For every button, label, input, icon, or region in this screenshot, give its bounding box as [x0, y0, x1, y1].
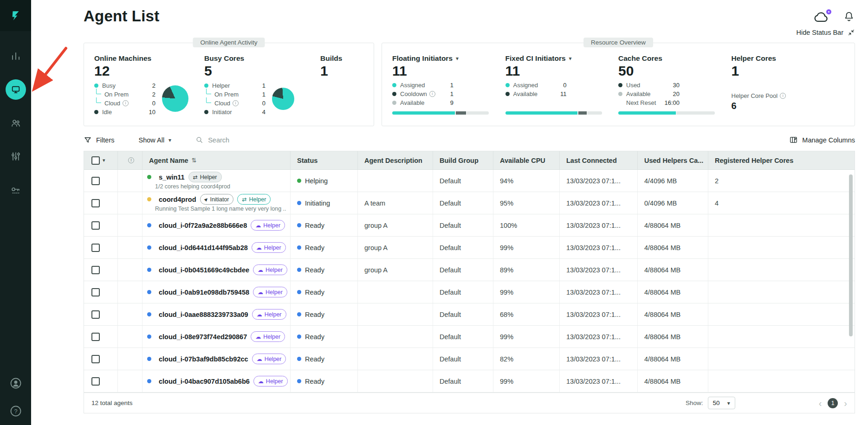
build-group-cell: Default	[433, 326, 493, 348]
prev-page-button[interactable]: ‹	[819, 399, 822, 408]
table-row[interactable]: cloud_i-08e973f74ed290867☁Helper Ready D…	[84, 326, 855, 348]
row-checkbox[interactable]	[91, 177, 100, 185]
floating-initiators-dropdown[interactable]: Floating Initiators ▾	[392, 54, 505, 63]
table-row[interactable]: coord4prod▶Initiator⇄Helper Running Test…	[84, 192, 855, 214]
table-scrollbar[interactable]	[849, 172, 854, 391]
available-cpu-cell: 89%	[493, 259, 560, 281]
page-size-select[interactable]: 50 ▾	[708, 397, 735, 409]
column-header-build-group[interactable]: Build Group	[433, 151, 493, 169]
agent-name[interactable]: s_win11	[159, 174, 185, 181]
column-header-agent-name[interactable]: Agent Name ⇅	[143, 151, 291, 169]
status-text: Ready	[305, 333, 324, 341]
agent-name[interactable]: cloud_i-0f72a9a2e88b666e8	[159, 222, 247, 229]
agent-name[interactable]: cloud_i-0d6441d144f95ab28	[159, 244, 248, 251]
manage-columns-button[interactable]: Manage Columns	[789, 135, 855, 144]
row-checkbox[interactable]	[91, 355, 100, 363]
table-row[interactable]: cloud_i-04bac907d105ab6b6☁Helper Ready D…	[84, 370, 855, 393]
status-text: Ready	[305, 311, 324, 318]
last-connected-cell: 13/03/2023 07:1...	[560, 192, 638, 214]
help-button[interactable]: ?	[6, 401, 26, 421]
agent-name[interactable]: cloud_i-07b3af9db85cb92cc	[159, 355, 248, 363]
fixed-ci-initiators-dropdown[interactable]: Fixed CI Initiators ▾	[505, 54, 619, 63]
scrollbar-thumb[interactable]	[849, 174, 853, 336]
table-row[interactable]: cloud_i-0d6441d144f95ab28☁Helper Ready g…	[84, 237, 855, 259]
agent-name[interactable]: cloud_i-04bac907d105ab6b6	[159, 378, 250, 385]
registered-helper-cores-cell	[708, 237, 855, 258]
profile-button[interactable]	[6, 373, 26, 393]
build-group-cell: Default	[433, 259, 493, 281]
floating-initiators-panel: Floating Initiators ▾ 11 Assigned1 Coold…	[392, 54, 505, 118]
agent-name-cell: cloud_i-08e973f74ed290867☁Helper	[143, 326, 291, 348]
row-checkbox[interactable]	[91, 221, 100, 230]
metric-label: Online Machines	[94, 54, 204, 63]
total-agents-label: 12 total agents	[91, 399, 133, 406]
fixed-progress-bar	[505, 111, 602, 115]
agent-name[interactable]: cloud_i-08e973f74ed290867	[159, 333, 247, 341]
current-page-badge[interactable]: 1	[828, 398, 838, 408]
column-header-last-connected[interactable]: Last Connected	[560, 151, 638, 169]
search-input[interactable]: Search	[195, 136, 229, 144]
chevron-down-icon[interactable]: ▾	[103, 157, 105, 163]
sidebar-item-users[interactable]	[6, 113, 26, 133]
column-header-used-helpers[interactable]: Used Helpers Ca...	[638, 151, 708, 169]
row-checkbox[interactable]	[91, 244, 100, 252]
alert-cell	[118, 170, 143, 192]
row-checkbox[interactable]	[91, 288, 100, 296]
column-header-available-cpu[interactable]: Available CPU	[493, 151, 560, 169]
table-row[interactable]: cloud_i-07b3af9db85cb92cc☁Helper Ready D…	[84, 348, 855, 370]
helper-cores-header: Helper Cores	[732, 54, 845, 63]
cloud-status-button[interactable]	[813, 11, 829, 25]
column-header-agent-description[interactable]: Agent Description	[358, 151, 433, 169]
used-helpers-cell: 4/88064 MB	[638, 281, 708, 303]
agent-name[interactable]: cloud_i-0ab91e098db759458	[159, 289, 249, 296]
agent-name-cell: cloud_i-0b0451669c49cbdee☁Helper	[143, 259, 291, 281]
sort-icon[interactable]: ⇅	[192, 157, 197, 164]
checkbox-cell	[84, 259, 118, 281]
agent-state-dot	[147, 379, 151, 383]
sidebar-item-agents[interactable]	[6, 79, 26, 100]
chevron-down-icon: ▾	[456, 55, 459, 62]
column-header-status[interactable]: Status	[291, 151, 358, 169]
row-checkbox[interactable]	[91, 377, 100, 386]
table-row[interactable]: cloud_i-0ab91e098db759458☁Helper Ready D…	[84, 281, 855, 303]
status-text: Ready	[305, 222, 324, 229]
row-checkbox[interactable]	[91, 333, 100, 341]
sidebar-bottom: ?	[0, 373, 31, 421]
checkbox-cell	[84, 170, 118, 192]
status-dot	[297, 379, 301, 383]
agent-name[interactable]: cloud_i-0aae8883239733a09	[159, 311, 248, 318]
sidebar-nav	[6, 31, 26, 200]
next-page-button[interactable]: ›	[844, 399, 847, 408]
status-text: Ready	[305, 266, 324, 274]
registered-helper-cores-cell	[708, 303, 855, 325]
status-text: Helping	[305, 177, 328, 185]
table-row[interactable]: cloud_i-0aae8883239733a09☁Helper Ready D…	[84, 303, 855, 326]
table-row[interactable]: cloud_i-0b0451669c49cbdee☁Helper Ready g…	[84, 259, 855, 281]
row-checkbox[interactable]	[91, 310, 100, 319]
fixed-ci-initiators-panel: Fixed CI Initiators ▾ 11 Assigned0 Avail…	[505, 54, 619, 118]
hide-status-bar-button[interactable]: Hide Status Bar	[84, 29, 855, 36]
sidebar-item-licenses[interactable]	[6, 180, 26, 200]
row-checkbox[interactable]	[91, 199, 100, 207]
checkbox-cell	[84, 370, 118, 392]
app-logo[interactable]	[0, 0, 31, 31]
checkbox-cell	[84, 281, 118, 303]
tree-connector	[96, 97, 101, 103]
sidebar-item-analytics[interactable]	[6, 46, 26, 66]
table-row[interactable]: cloud_i-0f72a9a2e88b666e8☁Helper Ready g…	[84, 214, 855, 237]
agent-name[interactable]: coord4prod	[159, 196, 196, 203]
floating-progress-bar	[392, 111, 489, 115]
row-checkbox[interactable]	[91, 266, 100, 274]
table-row[interactable]: s_win11⇄Helper 1/2 cores helping coord4p…	[84, 170, 855, 192]
column-header-registered-helper-cores[interactable]: Registered Helper Cores	[708, 151, 855, 169]
filters-button[interactable]: Filters	[84, 136, 114, 144]
sidebar-item-settings[interactable]	[6, 146, 26, 167]
agent-name[interactable]: cloud_i-0b0451669c49cbdee	[159, 266, 249, 274]
alert-cell	[118, 259, 143, 281]
helper-core-pool-value: 6	[732, 101, 845, 111]
notifications-button[interactable]	[843, 10, 855, 25]
show-all-dropdown[interactable]: Show All ▾	[138, 136, 171, 144]
helper-badge: ☁Helper	[253, 287, 287, 297]
status-dot	[297, 312, 301, 316]
select-all-checkbox[interactable]	[91, 156, 100, 165]
